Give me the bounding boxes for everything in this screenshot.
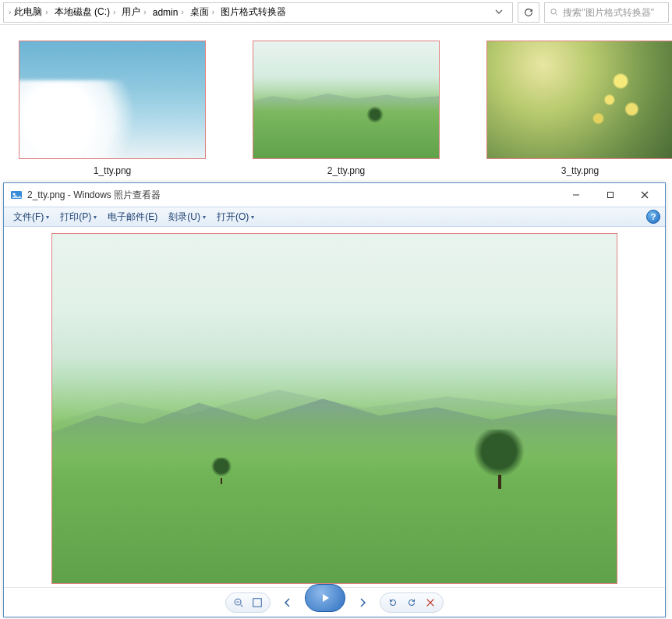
caret-down-icon: ▾	[251, 214, 254, 221]
thumbnail-label: 1_tty.png	[94, 165, 131, 176]
breadcrumb-label: 图片格式转换器	[221, 5, 286, 19]
breadcrumb-item[interactable]: 此电脑›	[11, 5, 51, 19]
breadcrumb-label: 用户	[122, 5, 140, 19]
search-icon	[550, 7, 558, 17]
rotate-right-button[interactable]	[404, 595, 419, 610]
close-button[interactable]	[628, 184, 662, 206]
thumbnail-image	[19, 41, 206, 159]
fit-icon	[252, 597, 263, 608]
minimize-icon	[572, 191, 580, 199]
file-thumbnail[interactable]: 3_tty.png	[486, 41, 672, 176]
next-button[interactable]	[355, 595, 370, 610]
image-content	[210, 458, 232, 479]
file-thumbnail[interactable]: 1_tty.png	[19, 41, 206, 176]
window-title: 2_tty.png - Windows 照片查看器	[27, 189, 161, 202]
photo-viewer-window: 2_tty.png - Windows 照片查看器 文件(F)▾ 打印(P)▾ …	[3, 182, 666, 617]
refresh-button[interactable]	[518, 2, 539, 23]
thumbnail-image	[253, 41, 440, 159]
search-input[interactable]	[563, 7, 663, 18]
rotate-controls	[380, 592, 444, 613]
zoom-out-button[interactable]	[231, 595, 246, 610]
menu-file[interactable]: 文件(F)▾	[9, 209, 54, 225]
photo-viewer-icon	[10, 189, 23, 201]
menu-label: 电子邮件(E)	[108, 210, 157, 224]
image-content	[472, 430, 526, 484]
viewer-menubar: 文件(F)▾ 打印(P)▾ 电子邮件(E) 刻录(U)▾ 打开(O)▾ ?	[4, 207, 665, 227]
slideshow-button[interactable]	[305, 584, 345, 612]
chevron-right-icon: ›	[113, 8, 115, 16]
help-icon: ?	[651, 212, 656, 221]
svg-line-1	[556, 14, 557, 16]
close-icon	[641, 191, 649, 199]
menu-email[interactable]: 电子邮件(E)	[103, 209, 162, 225]
delete-button[interactable]	[423, 595, 438, 610]
caret-down-icon: ▾	[94, 214, 97, 221]
previous-button[interactable]	[280, 595, 295, 610]
chevron-right-icon: ›	[212, 8, 214, 16]
viewer-toolbar	[4, 587, 665, 617]
rotate-left-button[interactable]	[385, 595, 401, 610]
window-controls	[559, 184, 662, 206]
svg-rect-9	[253, 598, 262, 607]
menu-label: 刻录(U)	[168, 210, 200, 224]
chevron-right-icon: ›	[181, 8, 183, 16]
thumbnail-label: 3_tty.png	[561, 165, 599, 176]
breadcrumb[interactable]: › 此电脑› 本地磁盘 (C:)› 用户› admin› 桌面› 图片格式转换器	[3, 2, 513, 23]
help-button[interactable]: ?	[646, 210, 660, 224]
svg-point-0	[551, 9, 556, 14]
breadcrumb-label: 桌面	[190, 5, 209, 19]
window-titlebar[interactable]: 2_tty.png - Windows 照片查看器	[4, 183, 665, 207]
explorer-search[interactable]	[544, 2, 669, 23]
breadcrumb-label: admin	[153, 7, 179, 18]
arrow-left-icon	[281, 596, 294, 609]
chevron-down-icon	[495, 8, 503, 16]
delete-icon	[425, 597, 436, 608]
zoom-out-icon	[233, 597, 244, 608]
breadcrumb-label: 此电脑	[14, 5, 42, 19]
menu-label: 打印(P)	[60, 210, 91, 224]
maximize-icon	[607, 191, 614, 199]
menu-burn[interactable]: 刻录(U)▾	[164, 209, 210, 225]
file-thumbnail[interactable]: 2_tty.png	[253, 41, 440, 176]
caret-down-icon: ▾	[46, 214, 49, 221]
breadcrumb-item[interactable]: 图片格式转换器	[218, 5, 289, 19]
breadcrumb-expand-button[interactable]	[490, 7, 508, 18]
zoom-controls	[225, 592, 271, 613]
viewer-canvas	[4, 227, 665, 587]
breadcrumb-item[interactable]: 桌面›	[187, 5, 218, 19]
thumbnail-image	[486, 41, 672, 159]
maximize-button[interactable]	[593, 184, 628, 206]
breadcrumb-item[interactable]: 本地磁盘 (C:)›	[51, 5, 119, 19]
fit-window-button[interactable]	[249, 595, 265, 610]
thumbnail-grid: 1_tty.png 2_tty.png 3_tty.png	[0, 25, 672, 181]
thumbnail-label: 2_tty.png	[327, 165, 365, 176]
breadcrumb-item[interactable]: 用户›	[118, 5, 149, 19]
chevron-right-icon: ›	[45, 8, 48, 16]
play-icon	[319, 592, 331, 604]
menu-label: 打开(O)	[217, 210, 249, 224]
rotate-left-icon	[387, 597, 398, 608]
displayed-image	[51, 233, 617, 584]
svg-line-8	[241, 604, 243, 607]
minimize-button[interactable]	[559, 184, 593, 206]
explorer-address-bar: › 此电脑› 本地磁盘 (C:)› 用户› admin› 桌面› 图片格式转换器	[0, 0, 672, 25]
breadcrumb-item[interactable]: admin›	[150, 7, 187, 18]
menu-label: 文件(F)	[13, 210, 44, 224]
caret-down-icon: ▾	[203, 214, 206, 221]
svg-rect-5	[608, 193, 614, 198]
chevron-right-icon: ›	[143, 8, 146, 16]
svg-point-3	[12, 193, 15, 195]
menu-open[interactable]: 打开(O)▾	[212, 209, 259, 225]
breadcrumb-label: 本地磁盘 (C:)	[55, 5, 110, 19]
refresh-icon	[523, 7, 534, 18]
arrow-right-icon	[356, 596, 369, 609]
rotate-right-icon	[406, 597, 417, 608]
menu-print[interactable]: 打印(P)▾	[55, 209, 101, 225]
